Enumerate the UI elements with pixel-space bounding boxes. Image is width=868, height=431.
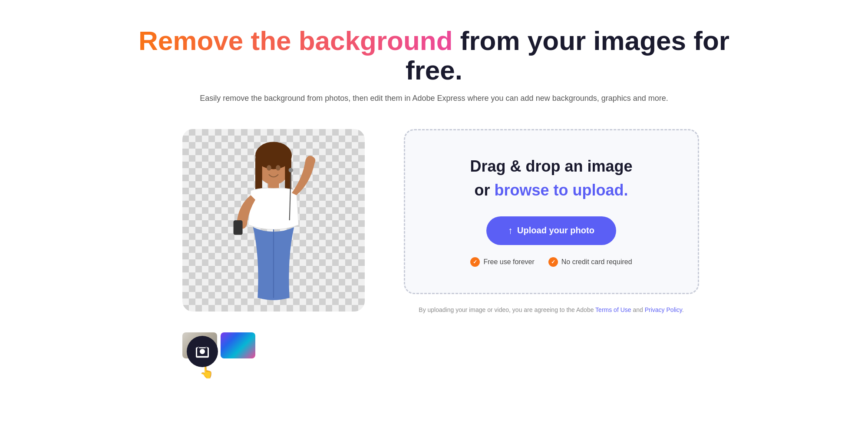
browse-link[interactable]: browse to upload. (495, 181, 628, 199)
main-headline: Remove the background from your images f… (130, 26, 738, 85)
svg-point-9 (288, 168, 293, 173)
upload-button-label: Upload your photo (517, 225, 594, 235)
upload-arrow-icon: ↑ (508, 225, 513, 236)
terms-period: . (682, 306, 684, 313)
dropzone-subtitle: or browse to upload. (427, 180, 676, 201)
list-item[interactable] (221, 332, 255, 358)
upload-dropzone[interactable]: Drag & drop an image or browse to upload… (404, 129, 699, 294)
feature-no-card-label: No credit card required (561, 258, 632, 266)
main-content: 👆 Drag & drop an image or browse to uplo… (152, 129, 716, 358)
headline-dark: from your images for free. (406, 26, 729, 85)
upload-button[interactable]: ↑ Upload your photo (486, 216, 616, 245)
feature-free-label: Free use forever (483, 258, 534, 266)
camera-button[interactable] (187, 336, 218, 367)
feature-no-card: ✓ No credit card required (548, 257, 632, 267)
upload-panel: Drag & drop an image or browse to upload… (404, 129, 699, 313)
headline-colored: Remove the background (139, 26, 452, 56)
camera-icon (195, 344, 210, 359)
svg-point-7 (267, 165, 271, 171)
privacy-policy-link[interactable]: Privacy Policy (645, 306, 682, 313)
terms-of-use-link[interactable]: Terms of Use (595, 306, 631, 313)
check-icon-card: ✓ (548, 257, 558, 267)
svg-rect-5 (233, 220, 242, 235)
hero-section: Remove the background from your images f… (130, 26, 738, 129)
dropzone-title: Drag & drop an image (427, 156, 676, 177)
demo-person-svg (182, 129, 365, 312)
feature-free: ✓ Free use forever (470, 257, 534, 267)
svg-point-8 (276, 165, 281, 171)
cursor-icon: 👆 (200, 366, 214, 379)
subtitle-text: Easily remove the background from photos… (130, 94, 738, 103)
dropzone-or-text: or (474, 181, 494, 199)
terms-and: and (631, 306, 645, 313)
terms-text: By uploading your image or video, you ar… (404, 306, 699, 313)
check-icon-free: ✓ (470, 257, 480, 267)
features-row: ✓ Free use forever ✓ No credit card requ… (427, 257, 676, 267)
demo-panel: 👆 (169, 129, 369, 358)
list-item[interactable] (259, 332, 294, 358)
list-item[interactable] (297, 332, 332, 358)
terms-prefix: By uploading your image or video, you ar… (419, 306, 595, 313)
demo-image (182, 129, 365, 312)
